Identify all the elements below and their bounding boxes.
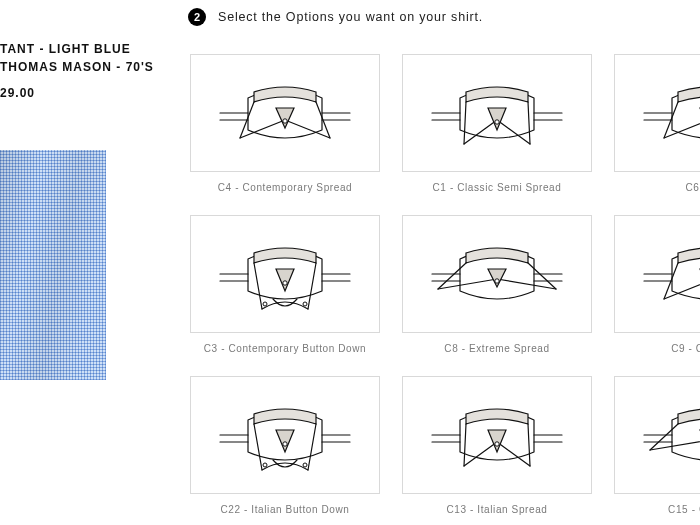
collar-option-c22: C22 - Italian Button Down <box>190 376 380 515</box>
collar-card-c22[interactable] <box>190 376 380 494</box>
collar-caption: C22 - Italian Button Down <box>190 504 380 515</box>
collar-illustration-icon <box>634 68 700 158</box>
product-panel: TANT - LIGHT BLUE THOMAS MASON - 70'S 29… <box>0 0 160 525</box>
fabric-swatch[interactable] <box>0 150 106 380</box>
svg-point-8 <box>283 442 287 446</box>
product-title-line1: TANT - LIGHT BLUE <box>0 42 131 56</box>
collar-card-c9[interactable] <box>614 215 700 333</box>
collar-illustration-icon <box>210 390 360 480</box>
collar-caption: C9 - Contempo <box>614 343 700 354</box>
collar-card-c15[interactable] <box>614 376 700 494</box>
svg-point-9 <box>263 463 267 467</box>
svg-point-10 <box>303 463 307 467</box>
collar-illustration-icon <box>634 229 700 319</box>
collar-caption: C6 - Clas <box>614 182 700 193</box>
collar-card-c6[interactable] <box>614 54 700 172</box>
step-header: 2 Select the Options you want on your sh… <box>188 8 700 26</box>
svg-point-6 <box>495 279 499 283</box>
collar-option-c9: C9 - Contempo <box>614 215 700 354</box>
collar-illustration-icon <box>210 68 360 158</box>
collar-caption: C8 - Extreme Spread <box>402 343 592 354</box>
collar-option-c13: C13 - Italian Spread <box>402 376 592 515</box>
collar-card-c8[interactable] <box>402 215 592 333</box>
collar-caption: C13 - Italian Spread <box>402 504 592 515</box>
collar-option-c1: C1 - Classic Semi Spread <box>402 54 592 193</box>
collar-option-c4: C4 - Contemporary Spread <box>190 54 380 193</box>
collar-caption: C15 - Contempo <box>614 504 700 515</box>
step-instruction: Select the Options you want on your shir… <box>218 10 483 24</box>
svg-point-4 <box>263 302 267 306</box>
collar-grid: C4 - Contemporary Spread C1 - Classic Se… <box>190 54 700 515</box>
svg-point-0 <box>283 119 287 123</box>
collar-card-c4[interactable] <box>190 54 380 172</box>
collar-illustration-icon <box>422 390 572 480</box>
collar-caption: C1 - Classic Semi Spread <box>402 182 592 193</box>
collar-illustration-icon <box>422 68 572 158</box>
collar-caption: C3 - Contemporary Button Down <box>190 343 380 354</box>
collar-option-c15: C15 - Contempo <box>614 376 700 515</box>
step-number-badge: 2 <box>188 8 206 26</box>
collar-illustration-icon <box>210 229 360 319</box>
svg-point-1 <box>495 120 499 124</box>
collar-card-c3[interactable] <box>190 215 380 333</box>
svg-point-5 <box>303 302 307 306</box>
product-title-line2: THOMAS MASON - 70'S <box>0 60 154 74</box>
collar-caption: C4 - Contemporary Spread <box>190 182 380 193</box>
product-price: 29.00 <box>0 86 160 100</box>
options-panel: 2 Select the Options you want on your sh… <box>160 0 700 525</box>
collar-option-c8: C8 - Extreme Spread <box>402 215 592 354</box>
collar-card-c13[interactable] <box>402 376 592 494</box>
collar-illustration-icon <box>422 229 572 319</box>
product-title: TANT - LIGHT BLUE THOMAS MASON - 70'S <box>0 40 160 76</box>
collar-card-c1[interactable] <box>402 54 592 172</box>
collar-option-c3: C3 - Contemporary Button Down <box>190 215 380 354</box>
svg-point-3 <box>283 281 287 285</box>
collar-option-c6: C6 - Clas <box>614 54 700 193</box>
step-number: 2 <box>194 11 200 23</box>
collar-illustration-icon <box>634 390 700 480</box>
svg-point-11 <box>495 442 499 446</box>
